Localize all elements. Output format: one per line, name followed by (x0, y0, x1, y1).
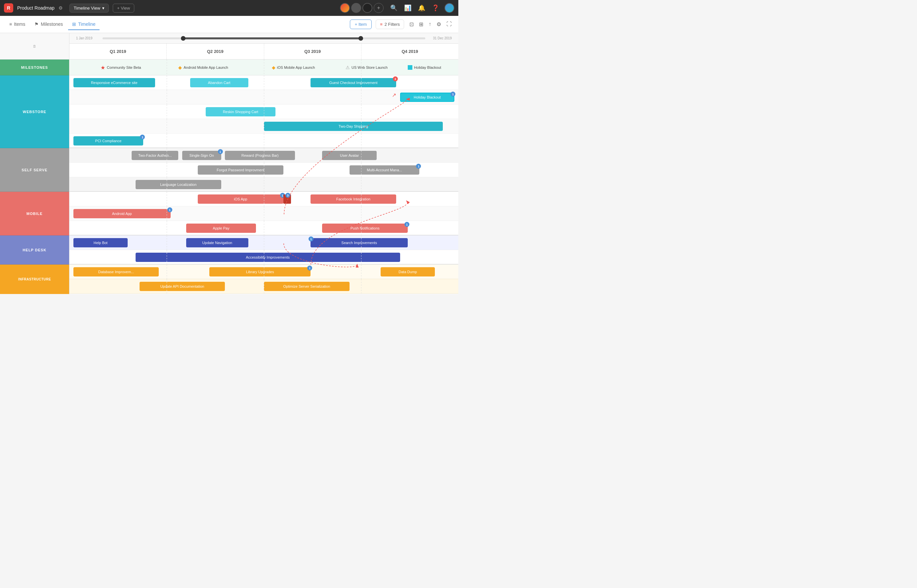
bar-help-bot[interactable]: Help Bot (73, 238, 128, 247)
tab-timeline[interactable]: ⊞ Timeline (68, 19, 99, 30)
helpdesk-label-text: HELP DESK (23, 248, 47, 252)
bar-search-improvements[interactable]: Search Improvements 1 (310, 238, 408, 247)
bell-icon[interactable]: 🔔 (418, 4, 425, 11)
items-tab-icon: ≡ (9, 21, 12, 27)
group-icon[interactable]: ⊡ (408, 20, 415, 29)
bar-two-day-shipping[interactable]: Two-Day Shipping (264, 122, 443, 131)
bar-sso[interactable]: Single-Sign On 1 (182, 151, 221, 160)
bar-update-api[interactable]: Update API Documentation (140, 282, 225, 291)
tab-milestones[interactable]: ⚑ Milestones (31, 19, 67, 30)
user-avatar[interactable] (444, 3, 454, 13)
webstore-section-label: WEBSTORE (0, 75, 69, 148)
timeline-right: 1 Jan 2019 31 Dec 2019 Q1 2019 Q2 2019 Q… (69, 33, 458, 294)
toolbar: ≡ Items ⚑ Milestones ⊞ Timeline + Item ≡… (0, 16, 458, 33)
selfserve-label-text: SELF SERVE (21, 168, 47, 172)
milestone-ios-label: iOS Mobile App Launch (277, 65, 315, 69)
filter-icon: ≡ (380, 22, 383, 27)
bar-abandon-cart[interactable]: Abandon Cart (190, 78, 249, 87)
view-selector-label: Timeline View (74, 6, 100, 11)
mobile-row-1: iOS App 1 Facebook Integration 3 (69, 192, 458, 206)
avatar-1 (340, 3, 350, 13)
infra-row-2: Update API Documentation Optimize Server… (69, 279, 458, 294)
bar-facebook[interactable]: Facebook Integration (310, 194, 396, 204)
bar-push-notifications[interactable]: Push Notifications 1 (322, 224, 408, 233)
bar-optimize-server[interactable]: Optimize Server Serialization (264, 282, 350, 291)
milestone-holiday: Holiday Blackout (408, 65, 441, 70)
top-nav: R Product Roadmap ⚙ Timeline View ▾ + Vi… (0, 0, 458, 16)
bar-holiday-blackout-webstore[interactable]: Holiday Blackout 1 (400, 93, 455, 102)
bar-multi-account[interactable]: Multi-Account Mana... 1 (350, 165, 420, 174)
bar-responsive-ecommerce[interactable]: Responsive eCommerce site (73, 78, 155, 87)
badge-pci: 1 (140, 135, 145, 140)
bar-android-app[interactable]: Android App 1 (73, 209, 171, 218)
activity-icon[interactable]: 📊 (404, 4, 412, 11)
search-icon[interactable]: 🔍 (390, 4, 397, 11)
bar-apple-pay[interactable]: Apple Pay (186, 224, 256, 233)
filters-button[interactable]: ≡ 2 Filters (376, 19, 404, 29)
quarter-q4: Q4 2019 (362, 44, 458, 59)
bar-two-factor[interactable]: Two-Factor Authen... (132, 151, 178, 160)
selfserve-row-1: Two-Factor Authen... Single-Sign On 1 Re… (69, 148, 458, 163)
scrubber-left-handle[interactable] (181, 36, 186, 41)
mobile-label-text: MOBILE (26, 212, 43, 216)
milestones-row: ★ Community Site Beta ◆ Android Mobile A… (69, 60, 458, 75)
bar-forgot-password[interactable]: Forgot Password Improvment (198, 165, 283, 174)
star-icon: ★ (100, 64, 105, 70)
app-icon: R (4, 3, 13, 13)
milestone-holiday-label: Holiday Blackout (414, 65, 441, 69)
bar-guest-checkout[interactable]: Guest Checkout Improvement 3 (310, 78, 396, 87)
milestone-webstore-label: US Web Store Launch (352, 65, 387, 69)
badge-push: 1 (404, 222, 409, 227)
layout-icon[interactable]: ⊞ (418, 20, 425, 29)
quarter-q1: Q1 2019 (69, 44, 167, 59)
bar-update-navigation[interactable]: Update Navigation (186, 238, 249, 247)
add-avatar-button[interactable]: + (374, 3, 384, 13)
badge-library: 1 (307, 266, 312, 271)
bar-database[interactable]: Database Improvem... (73, 267, 159, 276)
add-view-button[interactable]: + View (113, 4, 134, 13)
timeline-tab-icon: ⊞ (72, 21, 76, 27)
help-icon[interactable]: ❓ (432, 4, 439, 11)
left-header-spacer: 🗓 (0, 33, 69, 60)
milestones-tab-icon: ⚑ (34, 21, 39, 27)
selfserve-section-label: SELF SERVE (0, 148, 69, 192)
selfserve-row-3: Language Localization (69, 177, 458, 192)
mobile-section-label: MOBILE (0, 192, 69, 236)
bar-data-dump[interactable]: Data Dump (381, 267, 435, 276)
bar-library[interactable]: Library Upgrades 1 (209, 267, 310, 276)
scrubber-fill (183, 37, 361, 39)
bar-pci-compliance[interactable]: PCI Compliance 1 (73, 136, 144, 145)
helpdesk-section-label: HELP DESK (0, 236, 69, 265)
bar-ios-app[interactable]: iOS App 1 (198, 194, 283, 204)
mobile-row-2: Android App 1 (69, 206, 458, 221)
scrubber-track[interactable] (103, 37, 425, 39)
badge-search: 1 (308, 236, 313, 241)
selfserve-row-2: Forgot Password Improvment Multi-Account… (69, 163, 458, 177)
left-column: 🗓 MILESTONES WEBSTORE SELF SERVE MOBILE … (0, 33, 69, 294)
bar-accessibility[interactable]: Accessibility Improvements (136, 253, 400, 262)
arrow-indicator: ↗ (392, 92, 396, 98)
quarter-q3: Q3 2019 (264, 44, 362, 59)
fullscreen-icon[interactable]: ⛶ (445, 20, 453, 29)
webstore-row-1: Responsive eCommerce site Abandon Cart G… (69, 75, 458, 90)
diamond-icon-2: ◆ (272, 65, 276, 70)
export-icon[interactable]: ↑ (427, 20, 433, 29)
webstore-row-2: Holiday Blackout 1 ↗ (69, 90, 458, 105)
warning-icon: ⚠ (345, 65, 350, 70)
bar-reskin-shopping-cart[interactable]: Reskin Shopping Cart (206, 107, 276, 116)
milestone-android-label: Android Mobile App Launch (184, 65, 228, 69)
bar-user-avatar[interactable]: User Avatar (322, 151, 377, 160)
milestone-community: ★ Community Site Beta (100, 64, 141, 70)
view-selector[interactable]: Timeline View ▾ (69, 4, 109, 13)
badge-3: 3 (393, 76, 398, 81)
scrubber-right-handle[interactable] (358, 36, 363, 41)
avatar-group: + (340, 3, 384, 13)
badge-1-holiday: 1 (450, 92, 455, 97)
add-item-button[interactable]: + Item (350, 19, 372, 29)
settings-toolbar-icon[interactable]: ⚙ (435, 20, 442, 29)
settings-icon[interactable]: ⚙ (58, 5, 63, 11)
bar-reward[interactable]: Reward (Progress Bar) (225, 151, 295, 160)
app-title: Product Roadmap (17, 5, 55, 11)
bar-language[interactable]: Language Localization (136, 180, 221, 189)
tab-items[interactable]: ≡ Items (5, 19, 29, 30)
